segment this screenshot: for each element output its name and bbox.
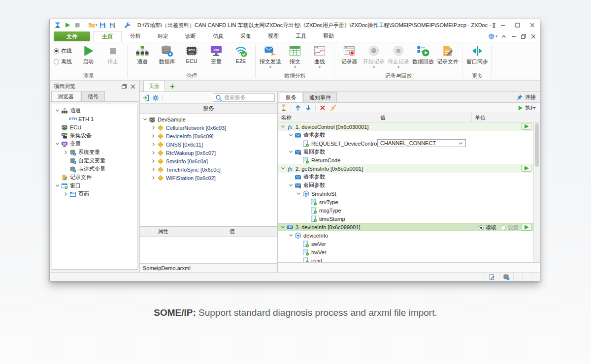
tree-item-gnss[interactable]: GNSS [0x6c11] bbox=[140, 140, 277, 149]
quick-stop-button[interactable] bbox=[72, 20, 82, 30]
menu-tab-视图[interactable]: 视图 bbox=[260, 31, 287, 41]
tree-item-cellularnetwork[interactable]: CellularNetwork [0x6c03] bbox=[140, 123, 277, 132]
detail-row-timestamp[interactable]: timeStamp bbox=[278, 214, 533, 223]
tree-item-variables[interactable]: Var变量 bbox=[52, 140, 137, 148]
panel-float-button[interactable] bbox=[120, 83, 129, 90]
read-radio[interactable] bbox=[479, 225, 484, 230]
save-button[interactable] bbox=[98, 20, 107, 30]
radio-read[interactable]: 读取 bbox=[479, 224, 496, 231]
tree-item-smsinfo[interactable]: SmsInfo [0x6c0a] bbox=[140, 157, 277, 165]
chevron-right-icon[interactable] bbox=[150, 142, 157, 147]
add-page-button[interactable]: + bbox=[165, 81, 180, 91]
tree-item-capture-device[interactable]: 采集设备 bbox=[52, 131, 137, 140]
delete-button[interactable] bbox=[319, 104, 326, 111]
status-database-icon[interactable] bbox=[499, 273, 513, 281]
ribbon-ecu-button[interactable]: ECUECU bbox=[179, 43, 204, 64]
detail-row-return-params-2[interactable]: 返回参数 bbox=[278, 181, 533, 189]
tree-item-record-file[interactable]: 记录文件 bbox=[52, 173, 137, 182]
menu-tab-诊断[interactable]: 诊断 bbox=[177, 31, 204, 41]
file-menu-button[interactable]: 文件 bbox=[54, 31, 90, 41]
ribbon-record-file-button[interactable]: 记录文件 bbox=[435, 43, 460, 65]
ribbon-recorder-button[interactable]: 记录器 bbox=[337, 43, 361, 65]
chevron-right-icon[interactable] bbox=[150, 167, 157, 172]
detail-row-swver[interactable]: swVer bbox=[278, 240, 533, 248]
chevron-down-icon[interactable] bbox=[54, 108, 61, 113]
ribbon-msg-send-button[interactable]: 报文发送▾ bbox=[258, 43, 283, 69]
chevron-right-icon[interactable] bbox=[150, 151, 157, 155]
online-radio[interactable] bbox=[54, 48, 59, 54]
tab-page[interactable]: 页面 bbox=[143, 81, 165, 91]
detail-row-smsinfost[interactable]: SmsInfoSt bbox=[278, 189, 533, 198]
connect-button[interactable]: 连接 bbox=[516, 93, 536, 101]
menu-tab-工具[interactable]: 工具 bbox=[287, 31, 315, 41]
write-radio[interactable] bbox=[501, 225, 506, 230]
chevron-right-icon[interactable] bbox=[150, 176, 157, 180]
detail-row-returncode[interactable]: ReturnCode bbox=[278, 156, 533, 164]
chevron-down-icon[interactable] bbox=[280, 124, 286, 129]
chevron-down-icon[interactable] bbox=[142, 117, 148, 121]
menu-tab-帮助[interactable]: 帮助 bbox=[315, 31, 342, 41]
ribbon-channel-button[interactable]: 通道 bbox=[130, 43, 155, 65]
chevron-down-icon[interactable] bbox=[288, 183, 294, 187]
minimize-button[interactable] bbox=[495, 20, 510, 30]
clear-button[interactable] bbox=[329, 104, 336, 111]
doc-restore-button[interactable] bbox=[520, 33, 527, 40]
close-button[interactable] bbox=[525, 20, 540, 30]
doc-close-button[interactable] bbox=[530, 33, 537, 40]
settings-wrench-button[interactable] bbox=[123, 20, 132, 30]
value-dropdown[interactable]: CHANNEL_CONNECT bbox=[377, 139, 466, 147]
detail-row-fn-devicecontrol[interactable]: fx1. deviceControl [0x6c030001] bbox=[278, 122, 533, 131]
ribbon-variable-button[interactable]: Var变量 bbox=[204, 43, 229, 65]
menu-tab-主页[interactable]: 主页 bbox=[93, 31, 122, 42]
tab-browser[interactable]: 浏览器 bbox=[51, 91, 80, 101]
doc-minimize-button[interactable] bbox=[510, 33, 517, 40]
radio-online[interactable]: 在线 bbox=[54, 47, 72, 55]
tab-notify-event[interactable]: 通知事件 bbox=[303, 92, 337, 102]
detail-row-hwver[interactable]: hwVer bbox=[278, 248, 533, 256]
ribbon-playback-button[interactable]: 数据回放 bbox=[411, 43, 435, 65]
radio-write[interactable]: 设置 bbox=[501, 224, 519, 231]
scrollbar-thumb[interactable] bbox=[535, 123, 539, 167]
service-search-input[interactable]: 搜索服务 bbox=[213, 93, 275, 102]
move-down-button[interactable] bbox=[305, 104, 312, 111]
tree-item-page[interactable]: 页面 bbox=[52, 190, 137, 198]
chevron-down-icon[interactable] bbox=[54, 183, 61, 188]
chevron-down-icon[interactable] bbox=[280, 225, 286, 229]
tree-item-timeinfosync[interactable]: TimeInfoSync [0x6c0c] bbox=[140, 165, 277, 174]
chevron-right-icon[interactable] bbox=[150, 134, 157, 138]
tree-item-expression-vars[interactable]: 表达式变量 bbox=[52, 165, 137, 173]
chevron-down-icon[interactable] bbox=[280, 166, 286, 171]
menu-tab-分析[interactable]: 分析 bbox=[122, 31, 149, 41]
execute-button[interactable]: 执行 bbox=[518, 104, 536, 112]
detail-row-deviceinfo-struct[interactable]: deviceInfo bbox=[278, 231, 533, 240]
ribbon-win-sync-button[interactable]: 窗口同步 bbox=[465, 43, 490, 65]
tree-item-channel[interactable]: 通道 bbox=[52, 106, 137, 115]
tree-item-ecu[interactable]: ECUECU bbox=[52, 123, 137, 131]
tab-signal[interactable]: 信号 bbox=[81, 91, 105, 101]
detail-row-srvtype[interactable]: srvType bbox=[278, 198, 533, 206]
ribbon-database-button[interactable]: 数据库 bbox=[155, 43, 179, 65]
ribbon-curve-button[interactable]: 曲线▾ bbox=[307, 43, 332, 69]
open-project-button[interactable]: ▾ bbox=[88, 20, 98, 30]
chevron-right-icon[interactable] bbox=[150, 125, 157, 130]
detail-row-iccid[interactable]: iccid bbox=[278, 256, 533, 262]
menu-tab-标定[interactable]: 标定 bbox=[149, 31, 177, 41]
detail-row-return-params-1[interactable]: 返回参数 bbox=[278, 148, 533, 156]
row-execute-button[interactable] bbox=[521, 165, 531, 172]
chevron-right-icon[interactable] bbox=[63, 192, 69, 196]
row-execute-button[interactable] bbox=[521, 123, 531, 130]
tree-item-window[interactable]: 窗口 bbox=[52, 182, 137, 190]
timeout-hourglass-button[interactable] bbox=[280, 104, 287, 111]
detail-row-request-params-2[interactable]: 请求参数 bbox=[278, 173, 533, 181]
chevron-right-icon[interactable] bbox=[63, 150, 69, 154]
language-globe-button[interactable]: ▾ bbox=[488, 33, 497, 40]
chevron-down-icon[interactable] bbox=[54, 142, 61, 146]
detail-row-fn-getsmsinfo[interactable]: fx2. getSmsInfo [0x6c0a0001] bbox=[278, 164, 533, 173]
status-edit-icon[interactable] bbox=[485, 273, 499, 281]
chevron-down-icon[interactable] bbox=[288, 150, 294, 154]
chevron-down-icon[interactable] bbox=[288, 233, 294, 238]
menu-tab-仿真[interactable]: 仿真 bbox=[204, 31, 232, 41]
ribbon-start-button[interactable]: 启动 bbox=[76, 43, 100, 65]
tree-item-deviceinfo[interactable]: DeviceInfo [0x6c09] bbox=[140, 132, 277, 140]
save-as-button[interactable] bbox=[107, 20, 117, 30]
